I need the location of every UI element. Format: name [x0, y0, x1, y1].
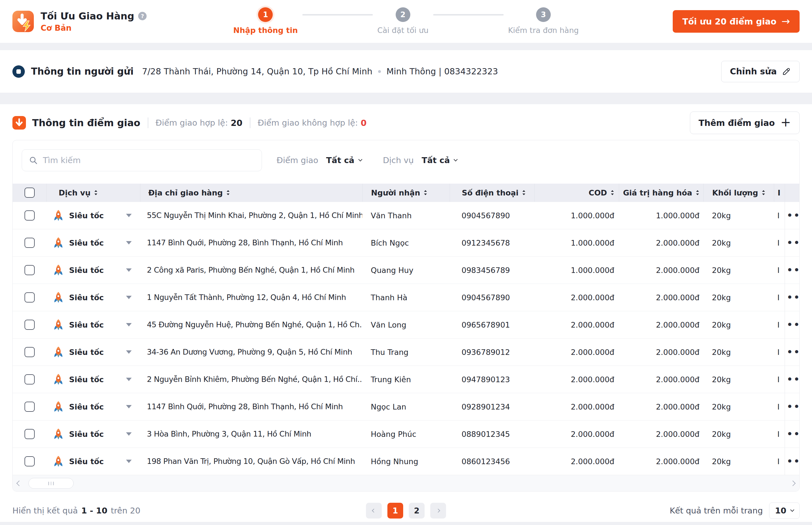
pencil-icon: [782, 67, 791, 76]
row-actions-button[interactable]: •••: [787, 238, 800, 247]
step-connector: [302, 14, 373, 15]
scroll-right-icon[interactable]: [790, 480, 796, 486]
caret-down-icon[interactable]: [126, 268, 132, 272]
caret-down-icon[interactable]: [126, 350, 132, 354]
filter-service: Dịch vụ Tất cả: [383, 155, 457, 165]
cod-cell: 1.000.000đ: [534, 202, 619, 229]
row-checkbox[interactable]: [25, 320, 35, 330]
cod-cell: 2.000.000đ: [534, 420, 619, 448]
caret-down-icon[interactable]: [126, 405, 132, 408]
plan-badge: Cơ Bản: [41, 24, 147, 33]
column-weight[interactable]: Khối lượng: [704, 184, 774, 202]
optimize-button[interactable]: Tối ưu 20 điểm giao →: [673, 10, 800, 33]
column-phone[interactable]: Số điện thoại: [450, 184, 534, 202]
clipped-cell: I: [774, 311, 785, 338]
receiver-cell: Ngọc Lan: [362, 393, 450, 420]
step-1[interactable]: 1 Nhập thông tin: [233, 7, 298, 35]
row-actions-button[interactable]: •••: [787, 293, 800, 302]
column-value[interactable]: Giá trị hàng hóa: [619, 184, 704, 202]
cod-cell: 1.000.000đ: [534, 229, 619, 256]
sender-contact: Minh Thông | 0834322323: [387, 66, 498, 76]
row-checkbox[interactable]: [25, 347, 35, 357]
column-receiver[interactable]: Người nhận: [362, 184, 450, 202]
column-cod[interactable]: COD: [534, 184, 619, 202]
row-checkbox[interactable]: [25, 292, 35, 302]
help-icon[interactable]: ?: [138, 12, 147, 20]
sort-icon: [226, 190, 230, 196]
table-row: Siêu tốc 2 Công xã Paris, Phường Bến Ngh…: [13, 256, 799, 284]
scrollbar-thumb[interactable]: [28, 478, 74, 489]
phone-cell: 0928901234: [450, 393, 534, 420]
row-checkbox[interactable]: [25, 456, 35, 466]
address-cell: 3 Hòa Bình, Phường 3, Quận 11, Hồ Chí Mi…: [140, 420, 362, 448]
value-cell: 2.000.000đ: [619, 257, 704, 284]
caret-down-icon[interactable]: [126, 296, 132, 299]
row-actions-button[interactable]: •••: [787, 375, 800, 384]
app-logo-icon: [12, 11, 34, 32]
search-input[interactable]: [43, 155, 255, 165]
row-checkbox[interactable]: [25, 374, 35, 385]
sender-section: Thông tin người gửi 7/28 Thành Thái, Phư…: [0, 50, 812, 93]
table-row: Siêu tốc 1 Nguyễn Tất Thành, Phường 12, …: [13, 284, 799, 311]
cod-cell: 2.000.000đ: [534, 284, 619, 311]
table-row: Siêu tốc 45 Đường Nguyễn Huệ, Phường Bến…: [13, 311, 799, 338]
sort-icon: [94, 190, 98, 196]
page-button-1[interactable]: 1: [387, 503, 403, 519]
value-cell: 2.000.000đ: [619, 229, 704, 256]
column-service[interactable]: Dịch vụ: [46, 184, 140, 202]
value-cell: 2.000.000đ: [619, 448, 704, 475]
select-all-checkbox[interactable]: [25, 188, 35, 198]
row-actions-button[interactable]: •••: [787, 430, 800, 438]
row-actions-button[interactable]: •••: [787, 266, 800, 275]
service-label: Siêu tốc: [69, 293, 104, 302]
row-actions-button[interactable]: •••: [787, 348, 800, 357]
step-2[interactable]: 2 Cài đặt tối ưu: [377, 7, 429, 35]
prev-page-button[interactable]: [366, 503, 382, 519]
filter-delivery-point-select[interactable]: Tất cả: [326, 155, 362, 165]
row-checkbox[interactable]: [25, 238, 35, 248]
step-3[interactable]: 3 Kiểm tra đơn hàng: [508, 7, 579, 35]
row-checkbox[interactable]: [25, 402, 35, 412]
column-address[interactable]: Địa chỉ giao hàng: [140, 184, 362, 202]
row-checkbox[interactable]: [25, 265, 35, 275]
per-page-select[interactable]: 10: [769, 502, 800, 519]
clipped-cell: I: [774, 339, 785, 365]
address-cell: 2 Công xã Paris, Phường Bến Nghé, Quận 1…: [140, 257, 362, 284]
caret-down-icon[interactable]: [126, 432, 132, 436]
row-checkbox[interactable]: [25, 429, 35, 439]
row-actions-button[interactable]: •••: [787, 457, 800, 466]
caret-down-icon[interactable]: [126, 378, 132, 381]
add-delivery-point-button[interactable]: Thêm điểm giao +: [690, 111, 800, 134]
caret-down-icon[interactable]: [126, 241, 132, 244]
address-cell: 1147 Bình Quới, Phường 28, Bình Thạnh, H…: [140, 229, 362, 256]
caret-down-icon[interactable]: [126, 214, 132, 217]
clipped-cell: I: [774, 448, 785, 475]
rocket-icon: [52, 318, 64, 331]
page-button-2[interactable]: 2: [409, 503, 425, 519]
service-label: Siêu tốc: [69, 348, 104, 357]
delivery-title: Thông tin điểm giao: [32, 117, 141, 129]
cod-cell: 1.000.000đ: [534, 257, 619, 284]
arrow-right-icon: →: [782, 16, 790, 27]
row-actions-button[interactable]: •••: [787, 211, 800, 220]
caret-down-icon[interactable]: [126, 323, 132, 327]
caret-down-icon[interactable]: [126, 460, 132, 463]
valid-points-stat: Điểm giao hợp lệ: 20: [156, 118, 243, 128]
search-input-wrapper: [22, 149, 262, 171]
next-page-button[interactable]: [430, 503, 446, 519]
row-actions-button[interactable]: •••: [787, 320, 800, 329]
scroll-left-icon[interactable]: [16, 480, 22, 486]
filter-service-select[interactable]: Tất cả: [421, 155, 457, 165]
column-actions: [785, 184, 800, 202]
table-row: Siêu tốc 34-36 An Dương Vương, Phường 9,…: [13, 338, 799, 365]
clipped-cell: I: [774, 420, 785, 448]
results-summary: Hiển thị kết quả 1 - 10 trên 20: [12, 506, 366, 515]
service-label: Siêu tốc: [69, 320, 104, 329]
weight-cell: 20kg: [704, 393, 774, 420]
edit-sender-button[interactable]: Chỉnh sửa: [721, 61, 800, 82]
rocket-icon: [52, 291, 64, 304]
weight-cell: 20kg: [704, 420, 774, 448]
row-checkbox[interactable]: [25, 210, 35, 221]
row-actions-button[interactable]: •••: [787, 402, 800, 411]
service-label: Siêu tốc: [69, 457, 104, 466]
